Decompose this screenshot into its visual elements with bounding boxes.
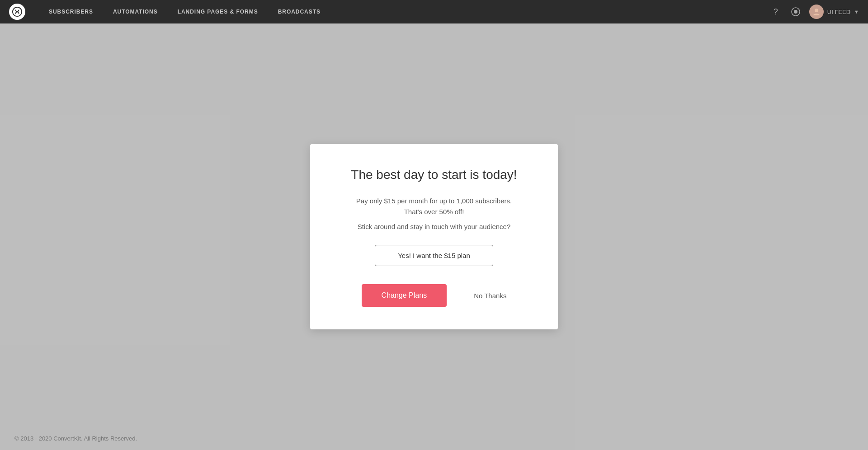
modal-actions: Change Plans No Thanks [337,284,531,307]
change-plans-button[interactable]: Change Plans [362,284,447,307]
user-menu[interactable]: UI FEED ▼ [809,5,859,19]
modal-headline: The best day to start is today! [337,167,531,183]
svg-point-2 [794,10,797,14]
nav-subscribers[interactable]: SUBSCRIBERS [39,0,103,23]
navbar-right: ? UI FEED ▼ [769,5,859,19]
modal-question: Stick around and stay in touch with your… [337,223,531,230]
nav-landing-pages[interactable]: LANDING PAGES & FORMS [168,0,268,23]
footer: © 2013 - 2020 ConvertKit. All Rights Res… [0,427,868,450]
no-thanks-button[interactable]: No Thanks [474,292,506,300]
yes-plan-button[interactable]: Yes! I want the $15 plan [375,245,493,266]
logo[interactable] [9,4,25,20]
username-label: UI FEED [827,9,850,15]
copyright-text: © 2013 - 2020 ConvertKit. All Rights Res… [14,435,137,442]
modal-subtext-pricing: Pay only $15 per month for up to 1,000 s… [337,196,531,217]
main-nav: SUBSCRIBERS AUTOMATIONS LANDING PAGES & … [39,0,769,23]
navbar: SUBSCRIBERS AUTOMATIONS LANDING PAGES & … [0,0,868,23]
notification-icon[interactable] [789,5,802,18]
svg-point-3 [815,9,818,12]
modal-overlay: The best day to start is today! Pay only… [0,23,868,450]
upsell-modal: The best day to start is today! Pay only… [310,144,558,329]
user-dropdown-arrow: ▼ [854,9,859,14]
avatar [809,5,824,19]
nav-automations[interactable]: AUTOMATIONS [103,0,168,23]
nav-broadcasts[interactable]: BROADCASTS [268,0,330,23]
help-icon[interactable]: ? [769,5,782,18]
